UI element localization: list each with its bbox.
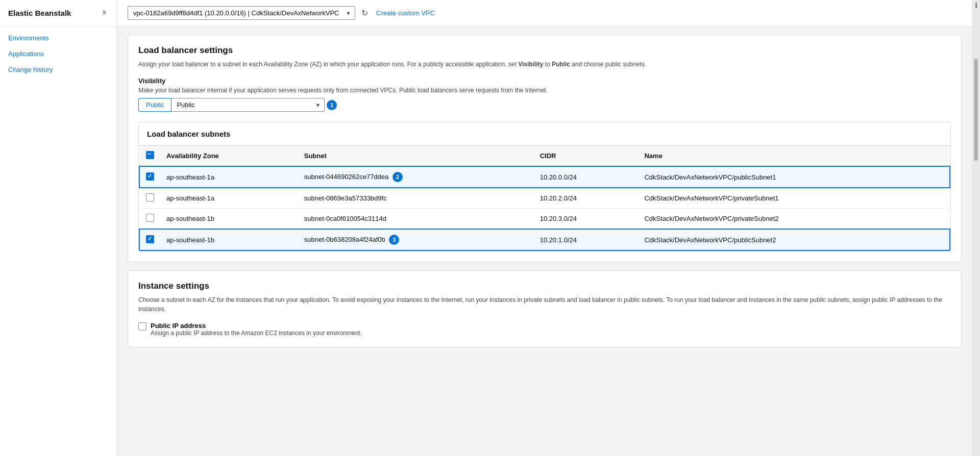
row4-cidr: 10.20.1.0/24 [534,229,639,250]
subnet-column-header: Subnet [298,146,534,166]
sidebar: Elastic Beanstalk × Environments Applica… [0,0,117,456]
row2-subnet: subnet-0869e3a57333bd9fc [298,188,534,209]
row1-checkbox-cell[interactable] [139,166,160,188]
row2-name: CdkStack/DevAxNetworkVPC/privateSubnet1 [638,188,950,209]
row1-name: CdkStack/DevAxNetworkVPC/publicSubnet1 [638,166,950,188]
subnets-table: Availability Zone Subnet CIDR Name [139,146,950,251]
row3-checkbox[interactable] [146,214,154,222]
sidebar-nav: Environments Applications Change history [0,26,117,82]
subnets-table-body: ap-southeast-1a subnet-044690262ce77ddea… [139,166,950,250]
row1-cidr: 10.20.0.0/24 [534,166,639,188]
instance-settings-desc: Choose a subnet in each AZ for the insta… [138,295,951,314]
row3-name: CdkStack/DevAxNetworkVPC/privateSubnet2 [638,209,950,230]
visibility-desc: Make your load balancer internal if your… [138,87,951,94]
select-all-checkbox[interactable] [146,151,154,159]
subnets-table-container: Availability Zone Subnet CIDR Name [139,146,950,251]
row1-checkbox[interactable] [146,172,154,181]
visibility-badge: 1 [327,100,337,110]
vpc-row: vpc-0182a69d9ff8d4df1 (10.20.0.0/16) | C… [117,0,972,27]
subnets-header-row: Availability Zone Subnet CIDR Name [139,146,950,166]
public-ip-row: Public IP address Assign a public IP add… [138,322,951,337]
cidr-column-header: CIDR [534,146,639,166]
scrollbar-thumb[interactable] [974,59,978,161]
subnets-header: Load balancer subnets [139,122,950,146]
sidebar-item-environments[interactable]: Environments [0,30,117,46]
sidebar-header: Elastic Beanstalk × [0,0,117,26]
info-icon: ℹ [975,1,977,9]
close-button[interactable]: × [100,7,109,18]
sidebar-item-change-history[interactable]: Change history [0,62,117,78]
subnets-table-head: Availability Zone Subnet CIDR Name [139,146,950,166]
public-ip-checkbox[interactable] [138,322,146,331]
sidebar-title: Elastic Beanstalk [8,9,71,17]
row4-checkbox[interactable] [146,235,154,243]
table-row: ap-southeast-1a subnet-044690262ce77ddea… [139,166,950,188]
row3-checkbox-cell[interactable] [139,209,160,230]
instance-settings-card: Instance settings Choose a subnet in eac… [128,270,962,347]
row4-badge: 3 [389,235,399,245]
load-balancer-desc: Assign your load balancer to a subnet in… [138,60,951,69]
scrollbar-track [974,18,978,456]
name-column-header: Name [638,146,950,166]
table-row: ap-southeast-1a subnet-0869e3a57333bd9fc… [139,188,950,209]
row4-subnet: subnet-0b638208a4f24af0b 3 [298,229,534,250]
visibility-row: Public Public Internal ▼ 1 [138,98,951,112]
subnets-container: Load balancer subnets Availability Zone … [138,122,951,251]
row2-checkbox-cell[interactable] [139,188,160,209]
visibility-select-wrapper: Public Internal ▼ [172,98,325,112]
load-balancer-settings-card: Load balancer settings Assign your load … [128,35,962,262]
az-column-header: Availability Zone [160,146,298,166]
row2-az: ap-southeast-1a [160,188,298,209]
public-ip-label-group: Public IP address Assign a public IP add… [151,322,362,337]
visibility-label: Visibility [138,77,951,85]
row3-subnet: subnet-0ca0f610054c3114d [298,209,534,230]
instance-settings-title: Instance settings [138,281,951,291]
row2-checkbox[interactable] [146,193,154,201]
public-ip-desc: Assign a public IP address to the Amazon… [151,330,362,337]
row2-cidr: 10.20.2.0/24 [534,188,639,209]
table-row: ap-southeast-1b subnet-0b638208a4f24af0b… [139,229,950,250]
table-row: ap-southeast-1b subnet-0ca0f610054c3114d… [139,209,950,230]
row3-az: ap-southeast-1b [160,209,298,230]
row4-checkbox-cell[interactable] [139,229,160,250]
right-scrollbar: ℹ [972,0,980,456]
vpc-select[interactable]: vpc-0182a69d9ff8d4df1 (10.20.0.0/16) | C… [128,6,355,20]
create-vpc-link[interactable]: Create custom VPC [376,9,435,17]
row1-badge: 2 [393,172,403,182]
row3-cidr: 10.20.3.0/24 [534,209,639,230]
row4-name: CdkStack/DevAxNetworkVPC/publicSubnet2 [638,229,950,250]
load-balancer-title: Load balancer settings [138,45,951,56]
vpc-select-wrapper: vpc-0182a69d9ff8d4df1 (10.20.0.0/16) | C… [128,6,355,20]
public-ip-label: Public IP address [151,322,362,330]
visibility-public-button[interactable]: Public [138,98,172,112]
row1-subnet: subnet-044690262ce77ddea 2 [298,166,534,188]
refresh-button[interactable]: ↻ [359,6,370,20]
visibility-select[interactable]: Public Internal [172,98,325,112]
main-content: vpc-0182a69d9ff8d4df1 (10.20.0.0/16) | C… [117,0,972,456]
select-all-header[interactable] [139,146,160,166]
row4-az: ap-southeast-1b [160,229,298,250]
sidebar-item-applications[interactable]: Applications [0,46,117,62]
row1-az: ap-southeast-1a [160,166,298,188]
content-area: vpc-0182a69d9ff8d4df1 (10.20.0.0/16) | C… [117,0,972,366]
